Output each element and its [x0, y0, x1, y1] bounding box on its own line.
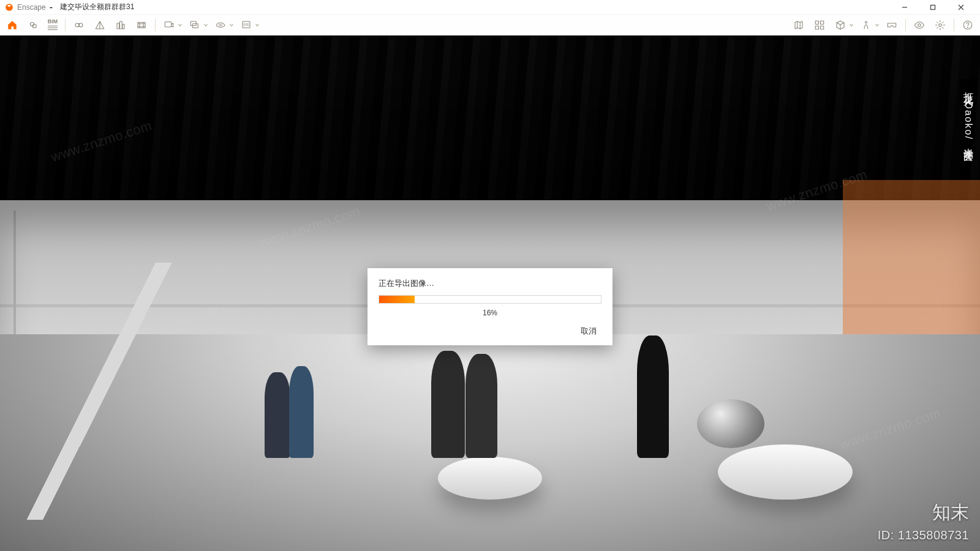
svg-text:EXE: EXE — [243, 23, 249, 26]
now-playing-caption: 打上花火 - Daoko/米津玄師 — [960, 78, 976, 151]
svg-rect-10 — [123, 24, 124, 29]
batch-render-button[interactable] — [185, 17, 205, 34]
site-context-button[interactable] — [111, 17, 130, 34]
toolbar-separator — [905, 19, 906, 31]
progress-bar — [379, 295, 601, 304]
svg-text:360: 360 — [218, 23, 223, 26]
cube-orbit-button[interactable] — [831, 17, 850, 34]
progress-percent: 16% — [379, 309, 601, 317]
svg-rect-8 — [117, 23, 119, 29]
app-name: Enscape — [17, 3, 46, 12]
svg-point-27 — [968, 27, 968, 28]
title-bar: Enscape - 建交毕设全额群群群31 — [0, 0, 980, 15]
video-path-button[interactable] — [132, 17, 151, 34]
svg-point-24 — [918, 23, 921, 26]
exe-standalone-button[interactable]: EXE — [236, 17, 256, 34]
toolbar-separator — [155, 19, 156, 31]
asset-library-button[interactable] — [810, 17, 829, 34]
progress-bar-fill — [379, 296, 415, 303]
home-button[interactable] — [2, 17, 22, 34]
walk-mode-button[interactable] — [856, 17, 876, 34]
svg-rect-12 — [165, 21, 172, 26]
toolbar-separator — [954, 19, 954, 31]
visual-settings-button[interactable] — [910, 17, 929, 34]
camera-perspective-button[interactable] — [90, 17, 110, 34]
svg-rect-19 — [815, 21, 818, 24]
minimap-button[interactable] — [789, 17, 809, 34]
general-settings-button[interactable] — [930, 17, 950, 34]
svg-point-23 — [865, 21, 867, 23]
dialog-title: 正在导出图像… — [379, 278, 601, 289]
svg-rect-21 — [815, 26, 818, 29]
export-progress-dialog: 正在导出图像… 16% 取消 — [368, 268, 612, 345]
svg-rect-20 — [821, 21, 824, 24]
site-brand-overlay: 知末 — [932, 500, 969, 525]
binoculars-button[interactable] — [69, 17, 89, 34]
panorama-360-button[interactable]: 360 — [211, 17, 230, 34]
help-button[interactable] — [958, 17, 978, 34]
svg-rect-22 — [821, 26, 824, 29]
main-toolbar: BIM 360 EXE — [0, 15, 980, 36]
favorite-views-button[interactable] — [23, 17, 43, 34]
minimize-button[interactable] — [891, 0, 919, 15]
asset-id-overlay: ID: 1135808731 — [878, 528, 969, 542]
svg-rect-9 — [120, 21, 123, 29]
title-separator: - — [50, 2, 53, 13]
close-button[interactable] — [947, 0, 975, 15]
render-viewport[interactable]: www.znzmo.com www.znzmo.com www.znzmo.co… — [0, 36, 980, 551]
bim-manage-button[interactable]: BIM — [44, 17, 61, 34]
maximize-button[interactable] — [919, 0, 947, 15]
screenshot-button[interactable] — [159, 17, 179, 34]
document-title: 建交毕设全额群群群31 — [60, 2, 134, 12]
svg-rect-11 — [138, 22, 145, 28]
svg-rect-1 — [931, 5, 935, 9]
vr-headset-button[interactable] — [882, 17, 902, 34]
bim-lines-icon — [48, 26, 58, 30]
enscape-logo-icon — [5, 3, 13, 12]
svg-point-25 — [939, 23, 942, 26]
toolbar-separator — [65, 19, 66, 31]
window-controls — [891, 0, 975, 15]
bim-label: BIM — [48, 18, 58, 24]
app-brand: Enscape - 建交毕设全额群群群31 — [5, 2, 134, 13]
cancel-button[interactable]: 取消 — [576, 323, 601, 339]
